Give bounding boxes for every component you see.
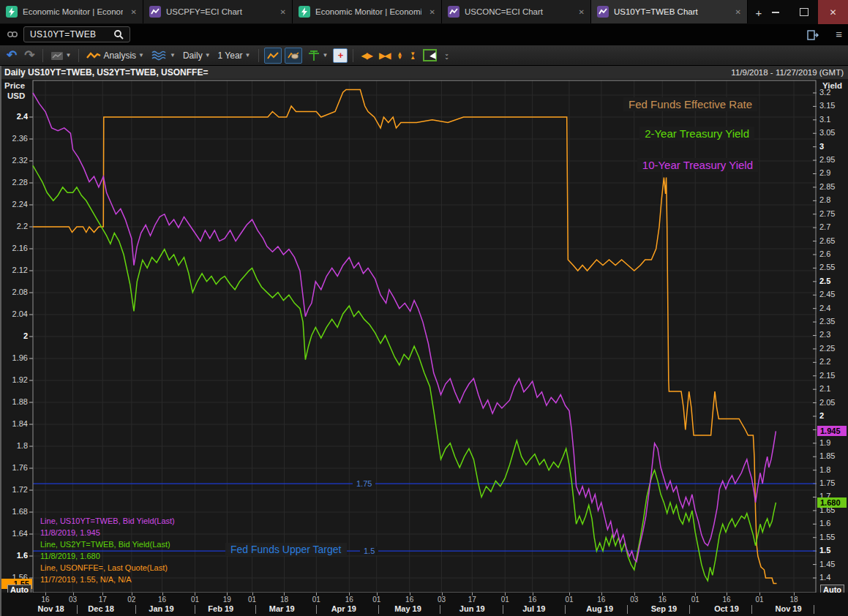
- symbol-search-box[interactable]: US10YT=TWEB: [23, 26, 130, 42]
- tab-label: US10YT=TWEB Chart: [614, 7, 727, 16]
- tab-close-icon[interactable]: ✕: [427, 8, 435, 16]
- x-axis-day-label: 03: [438, 596, 446, 604]
- x-axis-day-label: 01: [501, 596, 509, 604]
- chart-line-icon: [597, 6, 609, 18]
- analysis-dropdown[interactable]: Analysis ▼: [84, 48, 146, 64]
- plot-canvas[interactable]: [0, 79, 848, 593]
- window-maximize-button[interactable]: [789, 0, 818, 24]
- chart-hand-icon: [288, 50, 299, 60]
- x-axis-day-label: 16: [158, 596, 166, 604]
- tab-close-icon[interactable]: ✕: [128, 8, 137, 16]
- series-info-line: Line, US10YT=TWEB, Bid Yield(Last): [40, 517, 175, 525]
- tab-close-icon[interactable]: ✕: [732, 8, 741, 16]
- range-label: 1 Year: [218, 50, 243, 61]
- chevron-down-icon: ▼: [170, 52, 176, 59]
- expand-vertical-button[interactable]: ▲▼: [394, 48, 405, 64]
- line-chart-type-button[interactable]: [264, 48, 282, 64]
- x-axis-month-label: Sep 19: [651, 604, 677, 613]
- x-axis-month-separator: [565, 605, 566, 614]
- x-axis-day-label: 03: [69, 596, 77, 604]
- x-axis-day-label: 02: [127, 596, 135, 604]
- x-axis-month-separator: [255, 605, 256, 614]
- chart-header: Daily US10YT=TWEB, US2YT=TWEB, USONFFE= …: [0, 66, 848, 79]
- x-axis-month-label: Feb 19: [208, 604, 233, 613]
- x-axis-day-label: 16: [722, 596, 730, 604]
- window-close-button[interactable]: ✕: [818, 0, 848, 24]
- x-axis-month-separator: [627, 605, 628, 614]
- interval-label: Daily: [183, 50, 203, 61]
- expand-horizontal-button[interactable]: ◀▶: [359, 48, 373, 64]
- x-axis-day-label: 01: [248, 596, 256, 604]
- x-axis-month-separator: [135, 605, 136, 614]
- redo-button[interactable]: ↷: [22, 48, 37, 64]
- tab-us10yt-tweb-chart[interactable]: US10YT=TWEB Chart✕: [591, 0, 748, 23]
- chart-area[interactable]: PriceUSDYield2.42.362.322.282.242.22.162…: [0, 79, 848, 593]
- waves-icon: [151, 50, 168, 61]
- application-window: Economic Monitor | Economic✕USCPFY=ECI C…: [0, 0, 848, 616]
- reference-line-value: 1.75: [353, 479, 375, 488]
- zoom-select-button[interactable]: [421, 48, 439, 64]
- chevron-down-icon: ▼: [323, 52, 329, 59]
- maximize-icon: [800, 8, 808, 16]
- tab-uscpfy-eci-chart[interactable]: USCPFY=ECI Chart✕: [143, 0, 293, 23]
- x-axis-day-label: 01: [691, 596, 699, 604]
- line-chart-icon: [267, 51, 279, 60]
- x-axis-day-label: 18: [280, 596, 288, 604]
- hamburger-menu-icon[interactable]: ≡: [836, 28, 842, 40]
- tab-economic-monitor-economic[interactable]: Economic Monitor | Economic✕: [0, 0, 143, 23]
- open-chart-button[interactable]: ▼: [48, 48, 74, 64]
- toolbar-separator: [258, 49, 259, 62]
- x-axis-month-label: Apr 19: [331, 604, 356, 613]
- x-axis-month-label: Nov 19: [776, 604, 802, 613]
- cursor-axis-dropdown[interactable]: ▼: [305, 48, 331, 64]
- add-pane-button[interactable]: +: [333, 48, 348, 63]
- tab-close-icon[interactable]: ✕: [277, 8, 286, 16]
- tab-bar: Economic Monitor | Economic✕USCPFY=ECI C…: [0, 0, 848, 24]
- tab-usconc-eci-chart[interactable]: USCONC=ECI Chart✕: [442, 0, 591, 23]
- zoom-select-icon: [423, 49, 437, 61]
- undo-button[interactable]: ↶: [4, 48, 19, 64]
- x-axis-day-label: 03: [630, 596, 638, 604]
- dock-layout-icon[interactable]: [807, 30, 819, 40]
- close-icon: ✕: [829, 7, 836, 18]
- tab-close-icon[interactable]: ✕: [576, 8, 585, 16]
- expand-horizontal-icon: ◀▶: [361, 50, 371, 61]
- legend-item: 10-Year Treasury Yield: [637, 158, 758, 172]
- compress-vertical-icon: ▼▲: [410, 52, 416, 59]
- x-axis-month-label: Mar 19: [269, 604, 295, 613]
- x-axis-day-label: 01: [565, 596, 573, 604]
- x-axis-day-label: 17: [99, 596, 107, 604]
- x-axis-month-separator: [378, 605, 379, 614]
- lightning-icon: [6, 6, 18, 18]
- series-info-line: 11/7/2019, 1.55, N/A, N/A: [40, 575, 132, 584]
- x-axis-day-label: 18: [789, 596, 798, 604]
- lightning-icon: [299, 6, 310, 18]
- compress-horizontal-icon: ▶◀: [379, 50, 389, 61]
- x-axis-month-label: Oct 19: [714, 604, 739, 613]
- link-icon[interactable]: [7, 29, 18, 40]
- toolbar-separator: [78, 49, 79, 62]
- compress-vertical-button[interactable]: ▼▲: [408, 48, 418, 64]
- x-axis-day-label: 16: [42, 596, 50, 604]
- toolbar-separator: [353, 49, 353, 62]
- legend-item: Fed Funds Effective Rate: [623, 97, 757, 111]
- chart-line-icon: [448, 6, 459, 18]
- x-axis-month-separator: [77, 605, 78, 614]
- window-minimize-button[interactable]: [761, 0, 789, 24]
- redo-icon: ↷: [24, 48, 34, 63]
- x-axis-month-separator: [316, 605, 317, 614]
- symbol-input[interactable]: US10YT=TWEB: [30, 29, 113, 40]
- compress-horizontal-button[interactable]: ▶◀: [377, 48, 391, 64]
- chart-date-range: 11/9/2018 - 11/27/2019 (GMT): [731, 68, 844, 77]
- chart-edit-button[interactable]: [285, 48, 302, 64]
- interval-dropdown[interactable]: Daily ▼: [181, 48, 213, 64]
- chevron-down-icon: ▼: [66, 52, 72, 59]
- x-axis-month-separator: [195, 605, 195, 614]
- waves-dropdown[interactable]: ▼: [149, 48, 178, 64]
- range-dropdown[interactable]: 1 Year ▼: [216, 48, 253, 64]
- series-info-line: Line, USONFFE=, Last Quote(Last): [40, 563, 168, 572]
- tab-economic-monitor-economic[interactable]: Economic Monitor | Economic✕: [293, 0, 442, 23]
- search-icon[interactable]: [113, 29, 124, 40]
- more-tools-button[interactable]: ⌄⌄: [442, 48, 451, 64]
- x-axis-month-label: Aug 19: [586, 604, 613, 613]
